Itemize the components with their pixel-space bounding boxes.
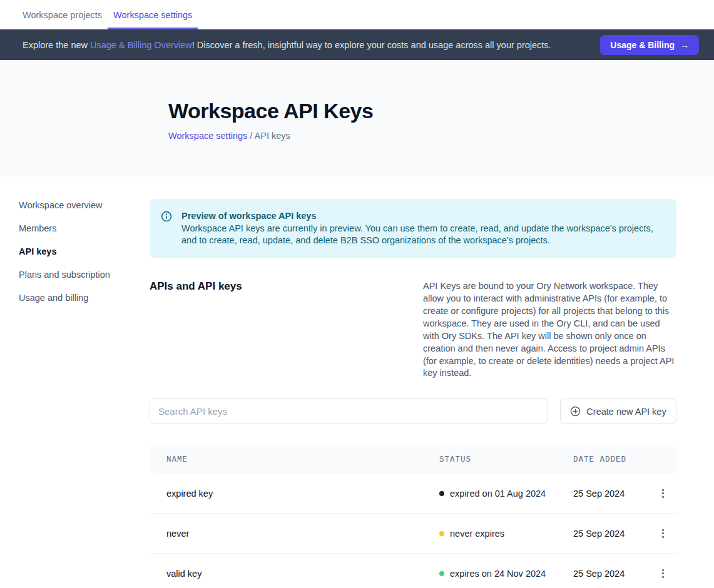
column-header-date-added: DATE ADDED — [573, 455, 658, 464]
api-key-date-added: 25 Sep 2024 — [573, 529, 658, 539]
tab-workspace-settings[interactable]: Workspace settings — [108, 1, 198, 29]
info-icon — [161, 211, 172, 247]
status-text: expired on 01 Aug 2024 — [450, 489, 546, 499]
sidebar-item-plans-and-subscription[interactable]: Plans and subscription — [19, 270, 150, 280]
section-heading: APIs and API keys — [150, 280, 423, 380]
alert-content: Preview of workspace API keys Workspace … — [181, 210, 661, 247]
tab-workspace-projects[interactable]: Workspace projects — [17, 1, 108, 29]
sidebar-item-workspace-overview[interactable]: Workspace overview — [19, 200, 150, 210]
usage-billing-button-label: Usage & Billing — [610, 40, 675, 50]
row-menu-kebab-icon[interactable] — [658, 565, 668, 582]
api-key-name: expired key — [150, 489, 439, 499]
column-header-status: STATUS — [439, 455, 573, 464]
usage-billing-overview-link[interactable]: Usage & Billing Overview — [90, 40, 192, 50]
api-keys-table: NAME STATUS DATE ADDED expired key expir… — [150, 445, 676, 588]
api-key-name: valid key — [150, 569, 439, 579]
plus-circle-icon — [570, 406, 581, 417]
banner-text-before: Explore the new — [23, 40, 90, 50]
api-key-date-added: 25 Sep 2024 — [573, 569, 658, 579]
alert-title: Preview of workspace API keys — [181, 210, 661, 222]
sidebar-item-members[interactable]: Members — [19, 223, 150, 233]
announcement-banner: Explore the new Usage & Billing Overview… — [0, 29, 714, 60]
api-key-status: expired on 01 Aug 2024 — [439, 489, 573, 499]
sidebar-item-api-keys[interactable]: API keys — [19, 246, 150, 256]
preview-alert: Preview of workspace API keys Workspace … — [150, 199, 676, 258]
top-navigation: Workspace projects Workspace settings — [0, 0, 714, 29]
api-key-name: never — [150, 529, 439, 539]
api-key-status: never expires — [439, 529, 573, 539]
section-description: API Keys are bound to your Ory Network w… — [423, 280, 676, 380]
arrow-right-icon: → — [680, 40, 689, 50]
row-menu-kebab-icon[interactable] — [658, 485, 668, 502]
status-text: expires on 24 Nov 2024 — [450, 569, 546, 579]
banner-text-after: ! Discover a fresh, insightful way to ex… — [192, 40, 551, 50]
apis-section: APIs and API keys API Keys are bound to … — [150, 280, 676, 380]
breadcrumb-workspace-settings-link[interactable]: Workspace settings — [168, 131, 247, 141]
main-area: Workspace overview Members API keys Plan… — [0, 176, 714, 588]
create-api-key-button-label: Create new API key — [586, 407, 666, 417]
status-dot-icon — [439, 491, 444, 496]
breadcrumb-separator: / — [247, 131, 254, 141]
table-row: valid key expires on 24 Nov 2024 25 Sep … — [150, 554, 676, 588]
row-menu-kebab-icon[interactable] — [658, 525, 668, 542]
create-api-key-button[interactable]: Create new API key — [560, 398, 676, 424]
column-header-name: NAME — [150, 455, 439, 464]
table-row: never never expires 25 Sep 2024 — [150, 514, 676, 554]
settings-sidebar: Workspace overview Members API keys Plan… — [0, 176, 150, 588]
api-keys-toolbar: Create new API key — [150, 398, 676, 424]
search-input[interactable] — [150, 398, 548, 424]
api-key-date-added: 25 Sep 2024 — [573, 489, 658, 499]
content-area: Preview of workspace API keys Workspace … — [150, 176, 676, 588]
page-title: Workspace API Keys — [168, 99, 714, 123]
status-dot-icon — [439, 531, 444, 536]
page-header: Workspace API Keys Workspace settings / … — [0, 60, 714, 176]
sidebar-item-usage-and-billing[interactable]: Usage and billing — [19, 293, 150, 303]
alert-body: Workspace API keys are currently in prev… — [181, 223, 661, 248]
api-key-status: expires on 24 Nov 2024 — [439, 569, 573, 579]
table-row: expired key expired on 01 Aug 2024 25 Se… — [150, 474, 676, 514]
usage-billing-button[interactable]: Usage & Billing → — [600, 35, 699, 55]
banner-message: Explore the new Usage & Billing Overview… — [23, 40, 551, 50]
status-dot-icon — [439, 571, 444, 576]
table-header-row: NAME STATUS DATE ADDED — [150, 445, 676, 474]
breadcrumb: Workspace settings / API keys — [168, 131, 714, 141]
status-text: never expires — [450, 529, 504, 539]
breadcrumb-current: API keys — [255, 131, 290, 141]
